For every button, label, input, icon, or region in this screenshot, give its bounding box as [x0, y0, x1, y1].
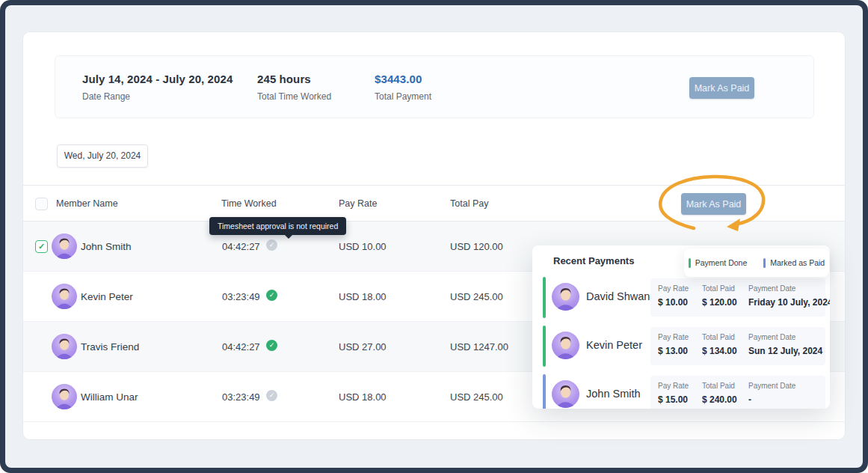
header-total-pay: Total Pay	[450, 198, 488, 209]
member-name: John Smith	[81, 241, 132, 252]
total-time-label: Total Time Worked	[257, 91, 331, 102]
summary-total-time: 245 hours Total Time Worked	[257, 73, 331, 102]
pay-rate-label: Pay Rate	[658, 333, 689, 341]
pay-rate: USD 27.00	[339, 341, 387, 353]
row-checkbox[interactable]: ✓	[35, 240, 48, 253]
pay-rate-value: $ 10.00	[658, 297, 689, 308]
payment-row[interactable]: David Shwan Pay Rate$ 10.00 Total Paid$ …	[532, 273, 830, 322]
page-background: July 14, 2024 - July 20, 2024 Date Range…	[5, 5, 863, 468]
payment-member-name: John Smith	[586, 388, 641, 400]
approval-approved-icon[interactable]: ✓	[266, 340, 277, 351]
member-name: William Unar	[81, 391, 138, 403]
total-pay: USD 1247.00	[450, 341, 508, 353]
payment-row[interactable]: John Smith Pay Rate$ 15.00 Total Paid$ 2…	[532, 370, 830, 409]
payment-stats: Pay Rate$ 13.00 Total Paid$ 134.00 Payme…	[650, 327, 825, 365]
payment-member-name: David Shwan	[586, 290, 650, 302]
avatar	[552, 380, 579, 408]
member-name: Travis Friend	[81, 341, 139, 353]
total-time-value: 245 hours	[257, 73, 331, 85]
avatar	[52, 384, 77, 409]
time-worked: 03:23:49	[222, 391, 260, 403]
total-paid-value: $ 240.00	[702, 394, 737, 405]
header-time-worked: Time Worked	[221, 198, 277, 209]
avatar	[52, 284, 77, 309]
payment-date-label: Payment Date	[748, 382, 795, 390]
header-pay-rate: Pay Rate	[339, 198, 377, 209]
status-bar-payment-done	[543, 326, 546, 367]
total-paid-label: Total Paid	[702, 382, 737, 390]
header-member-name: Member Name	[56, 198, 118, 209]
total-pay: USD 245.00	[450, 291, 503, 302]
legend-color-payment-done	[689, 258, 691, 268]
summary-date-range: July 14, 2024 - July 20, 2024 Date Range	[82, 73, 233, 102]
member-name: Kevin Peter	[81, 291, 133, 302]
total-paid-label: Total Paid	[702, 284, 737, 293]
legend-marked-as-paid: Marked as Paid	[763, 258, 825, 268]
approval-tooltip: Timesheet approval is not required	[209, 217, 346, 235]
avatar	[52, 334, 77, 359]
payment-stats: Pay Rate$ 15.00 Total Paid$ 240.00 Payme…	[650, 376, 825, 409]
status-bar-marked-as-paid	[543, 374, 546, 409]
payment-stats: Pay Rate$ 10.00 Total Paid$ 120.00 Payme…	[650, 278, 825, 317]
date-filter-chip[interactable]: Wed, July 20, 2024	[57, 144, 148, 168]
payment-member-name: Kevin Peter	[586, 339, 642, 351]
date-range-label: Date Range	[82, 91, 233, 102]
total-paid-label: Total Paid	[702, 333, 737, 341]
total-payment-label: Total Payment	[375, 91, 431, 102]
mark-as-paid-button-summary[interactable]: Mark As Paid	[689, 77, 754, 99]
mark-as-paid-button-table[interactable]: Mark As Paid	[681, 193, 746, 215]
select-all-checkbox[interactable]	[35, 198, 48, 210]
approval-approved-icon[interactable]: ✓	[266, 290, 277, 301]
pay-rate-label: Pay Rate	[658, 382, 689, 390]
avatar	[52, 234, 77, 259]
pay-rate: USD 18.00	[339, 391, 387, 403]
payment-date-label: Payment Date	[748, 284, 830, 293]
legend-color-marked-as-paid	[763, 258, 766, 268]
approval-pending-icon[interactable]: ✓	[266, 390, 277, 401]
total-pay: USD 245.00	[450, 391, 503, 403]
total-paid-value: $ 134.00	[702, 346, 737, 356]
time-worked: 04:42:27	[222, 241, 260, 252]
total-payment-value: $3443.00	[375, 73, 431, 85]
recent-payments-title: Recent Payments	[553, 255, 634, 266]
pay-rate: USD 18.00	[339, 291, 387, 302]
date-range-value: July 14, 2024 - July 20, 2024	[82, 73, 233, 85]
payment-date-value: Friday 10 July, 2024	[748, 297, 830, 308]
check-icon: ✓	[38, 242, 45, 251]
payment-date-label: Payment Date	[748, 333, 822, 341]
summary-bar: July 14, 2024 - July 20, 2024 Date Range…	[55, 55, 814, 118]
pay-rate-label: Pay Rate	[658, 284, 689, 293]
pay-rate: USD 10.00	[339, 241, 387, 252]
total-pay: USD 120.00	[450, 241, 503, 252]
pay-rate-value: $ 13.00	[658, 346, 689, 356]
payment-row[interactable]: Kevin Peter Pay Rate$ 13.00 Total Paid$ …	[532, 322, 830, 370]
status-bar-payment-done	[543, 277, 546, 318]
pay-rate-value: $ 15.00	[658, 394, 689, 405]
summary-total-payment: $3443.00 Total Payment	[375, 73, 431, 102]
approval-pending-icon[interactable]: ✓	[266, 239, 277, 251]
payment-date-value: -	[748, 394, 795, 405]
avatar	[552, 283, 579, 311]
time-worked: 03:23:49	[222, 291, 260, 302]
app-window-frame: July 14, 2024 - July 20, 2024 Date Range…	[0, 0, 868, 473]
recent-payments-list: David Shwan Pay Rate$ 10.00 Total Paid$ …	[532, 273, 830, 409]
total-paid-value: $ 120.00	[702, 297, 737, 308]
table-header: Member Name Time Worked Pay Rate Total P…	[23, 185, 845, 222]
payment-date-value: Sun 12 July, 2024	[748, 346, 822, 356]
payment-legend: Payment Done Marked as Paid	[684, 248, 829, 277]
avatar	[552, 332, 579, 359]
time-worked: 04:42:27	[222, 341, 260, 353]
legend-payment-done: Payment Done	[689, 258, 747, 268]
